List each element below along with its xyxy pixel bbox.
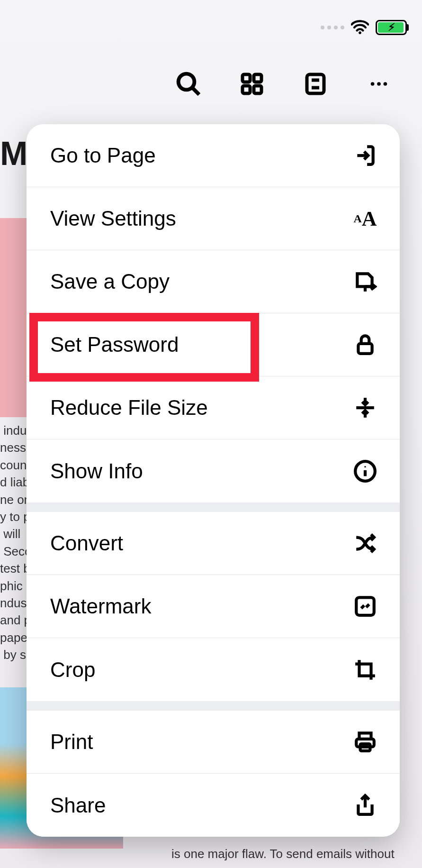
background-title: M — [0, 135, 28, 173]
menu-item-view-settings[interactable]: View Settings AA — [27, 187, 400, 250]
background-text: indus nesses count d liab ne one y to p … — [0, 422, 27, 663]
svg-point-17 — [364, 466, 366, 467]
menu-item-label: Crop — [50, 658, 95, 682]
menu-item-label: Show Info — [50, 459, 143, 483]
background-image — [0, 218, 27, 417]
svg-rect-7 — [307, 74, 324, 93]
menu-item-label: Convert — [50, 531, 123, 555]
wifi-icon — [351, 20, 369, 35]
menu-item-label: Go to Page — [50, 144, 156, 167]
document-icon — [304, 73, 327, 95]
menu-item-label: Reduce File Size — [50, 396, 208, 420]
svg-point-0 — [359, 31, 361, 34]
svg-line-2 — [193, 88, 199, 95]
svg-rect-5 — [242, 86, 250, 93]
menu-item-watermark[interactable]: Watermark — [27, 575, 400, 638]
menu-item-label: Watermark — [50, 594, 152, 618]
text-size-icon: AA — [352, 206, 378, 231]
background-below-text: is one major flaw. To send emails withou… — [171, 847, 395, 861]
svg-point-12 — [384, 82, 387, 86]
compress-icon — [352, 395, 378, 420]
menu-item-label: Share — [50, 794, 106, 817]
menu-item-convert[interactable]: Convert — [27, 512, 400, 575]
menu-item-label: Print — [50, 730, 93, 754]
svg-point-10 — [371, 82, 375, 86]
svg-rect-3 — [242, 74, 250, 82]
menu-item-show-info[interactable]: Show Info — [27, 439, 400, 503]
cellular-dots-icon — [321, 26, 344, 29]
convert-icon — [352, 530, 378, 556]
grid-view-button[interactable] — [238, 70, 266, 98]
menu-item-reduce-size[interactable]: Reduce File Size — [27, 376, 400, 439]
more-icon — [368, 73, 390, 95]
menu-item-crop[interactable]: Crop — [27, 638, 400, 701]
svg-rect-13 — [358, 344, 372, 354]
go-to-page-icon — [352, 143, 378, 168]
search-icon — [176, 71, 201, 97]
svg-point-11 — [377, 82, 381, 86]
battery-charging-icon: ⚡︎ — [376, 20, 407, 35]
svg-rect-6 — [254, 86, 261, 93]
print-icon — [352, 729, 378, 755]
document-button[interactable] — [302, 70, 329, 98]
crop-icon — [352, 657, 378, 683]
save-icon — [352, 269, 378, 294]
svg-line-19 — [361, 605, 364, 608]
menu-item-set-password[interactable]: Set Password — [27, 313, 400, 376]
menu-item-label: Save a Copy — [50, 270, 170, 293]
more-button[interactable] — [365, 70, 393, 98]
grid-icon — [241, 73, 263, 95]
lock-icon — [352, 332, 378, 357]
menu-item-share[interactable]: Share — [27, 774, 400, 837]
search-button[interactable] — [175, 70, 202, 98]
menu-item-print[interactable]: Print — [27, 711, 400, 774]
toolbar — [175, 70, 393, 98]
menu-item-label: View Settings — [50, 207, 176, 230]
watermark-icon — [352, 594, 378, 619]
info-icon — [352, 458, 378, 484]
menu-item-save-copy[interactable]: Save a Copy — [27, 250, 400, 313]
svg-point-1 — [179, 74, 195, 90]
action-menu: Go to Page View Settings AA Save a Copy … — [27, 124, 400, 837]
menu-item-go-to-page[interactable]: Go to Page — [27, 124, 400, 187]
menu-item-label: Set Password — [50, 333, 179, 356]
share-icon — [352, 793, 378, 818]
status-bar: ⚡︎ — [321, 20, 407, 35]
svg-line-20 — [366, 604, 369, 607]
svg-rect-4 — [254, 74, 261, 82]
